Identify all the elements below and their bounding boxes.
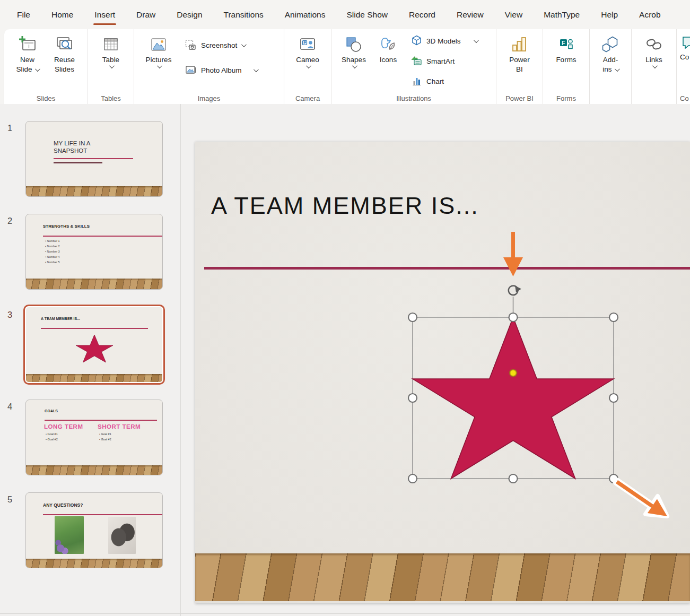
- add-ins-icon: [601, 34, 619, 55]
- ribbon-group-addins: Add- ins: [590, 29, 632, 104]
- cameo-icon: P: [299, 34, 317, 55]
- chevron-down-icon: [34, 66, 40, 72]
- chevron-down-icon: [473, 38, 478, 43]
- icons-button[interactable]: Icons: [373, 32, 404, 89]
- table-button[interactable]: Table: [94, 32, 127, 68]
- ribbon-group-images: Pictures Screenshot: [134, 29, 284, 104]
- slide-thumbnail-4[interactable]: GOALS LONG TERM SHORT TERM Goal #1 Goal …: [25, 400, 163, 475]
- screenshot-icon: [185, 39, 197, 51]
- menu-tab-slideshow[interactable]: Slide Show: [336, 0, 398, 29]
- shapes-button[interactable]: Shapes: [337, 32, 371, 89]
- slide-canvas[interactable]: A TEAM MEMBER IS...: [195, 142, 690, 603]
- group-label-comments: Co: [677, 94, 690, 102]
- smartart-icon: [411, 55, 422, 67]
- resize-handle-top-left[interactable]: [408, 313, 417, 322]
- menu-tab-home[interactable]: Home: [41, 0, 84, 29]
- thumb3-floor: [26, 374, 162, 382]
- group-label-slides: Slides: [4, 94, 88, 102]
- star-shape[interactable]: [413, 317, 614, 479]
- slide-thumbnail-5[interactable]: ANY QUESTIONS?: [25, 492, 163, 568]
- resize-handle-mid-right[interactable]: [609, 394, 618, 402]
- menu-tab-help[interactable]: Help: [590, 0, 628, 29]
- new-slide-icon: [19, 34, 37, 55]
- thumb4-rule: [45, 420, 157, 421]
- comment-icon: [680, 31, 690, 53]
- workspace: 1 MY LIFE IN A SNAPSHOT 2 STRENGTHS & SK…: [0, 104, 690, 616]
- screenshot-button[interactable]: Screenshot: [183, 37, 259, 53]
- menu-tab-transitions[interactable]: Transitions: [213, 0, 274, 29]
- thumb4-bullet: Goal #1: [99, 432, 111, 436]
- 3d-models-label: 3D Models: [426, 37, 461, 45]
- thumb2-title: STRENGTHS & SKILLS: [43, 224, 90, 229]
- slide-thumbnail-1[interactable]: MY LIFE IN A SNAPSHOT: [25, 121, 163, 197]
- forms-button[interactable]: F Forms: [551, 32, 582, 65]
- thumb5-title: ANY QUESTIONS?: [43, 502, 83, 508]
- menu-tab-mathtype[interactable]: MathType: [533, 0, 590, 29]
- menu-tab-animations[interactable]: Animations: [274, 0, 336, 29]
- add-ins-label: Add-: [603, 55, 618, 65]
- thumb1-title: MY LIFE IN A SNAPSHOT: [54, 140, 117, 154]
- svg-text:P: P: [304, 41, 307, 45]
- pictures-button[interactable]: Pictures: [139, 32, 178, 78]
- power-bi-button[interactable]: Power BI: [503, 32, 537, 74]
- menu-tab-insert[interactable]: Insert: [84, 0, 126, 29]
- thumb1-rule: [54, 158, 133, 159]
- menu-tab-draw[interactable]: Draw: [126, 0, 166, 29]
- slide-thumbnail-3-selected[interactable]: A TEAM MEMBER IS...: [23, 305, 165, 385]
- menu-tab-view[interactable]: View: [494, 0, 533, 29]
- pictures-icon: [150, 34, 168, 55]
- power-bi-label2: BI: [516, 65, 523, 74]
- slide-thumbnail-panel[interactable]: 1 MY LIFE IN A SNAPSHOT 2 STRENGTHS & SK…: [0, 104, 181, 616]
- comment-button[interactable]: Co: [677, 29, 690, 62]
- thumb2-rule: [43, 236, 163, 237]
- smartart-label: SmartArt: [426, 57, 455, 65]
- menu-tab-review[interactable]: Review: [446, 0, 494, 29]
- reuse-slides-icon: [56, 34, 74, 55]
- chart-icon: [411, 75, 422, 87]
- photo-album-button[interactable]: Photo Album: [183, 62, 259, 78]
- menu-tab-record[interactable]: Record: [398, 0, 446, 29]
- resize-handle-bottom-center[interactable]: [509, 474, 518, 483]
- smartart-button[interactable]: SmartArt: [409, 53, 479, 69]
- ribbon-group-slides: New Slide Reuse Slides Slides: [4, 29, 88, 104]
- group-label-images: Images: [134, 94, 284, 102]
- cameo-button[interactable]: P Cameo: [291, 32, 325, 68]
- group-label-tables: Tables: [88, 94, 134, 102]
- ribbon-group-comments: Co Co: [677, 29, 690, 104]
- thumb4-title: GOALS: [45, 409, 58, 413]
- ribbon-row: New Slide Reuse Slides Slides: [0, 29, 690, 104]
- menu-tab-acrobat[interactable]: Acrob: [628, 0, 671, 29]
- photo-album-icon: [185, 64, 197, 76]
- thumb3-title: A TEAM MEMBER IS...: [41, 317, 80, 320]
- resize-handle-bottom-left[interactable]: [408, 474, 417, 483]
- reuse-slides-button[interactable]: Reuse Slides: [47, 32, 82, 74]
- rotate-handle-icon[interactable]: [509, 285, 521, 295]
- 3d-models-button[interactable]: 3D Models: [409, 33, 479, 49]
- forms-icon: F: [557, 34, 575, 55]
- menu-tab-file[interactable]: File: [6, 0, 41, 29]
- thumb3-star: [76, 335, 113, 362]
- resize-handle-top-center[interactable]: [509, 313, 518, 322]
- annotation-arrow-down: [503, 232, 523, 276]
- table-icon: [102, 34, 119, 55]
- resize-handle-mid-left[interactable]: [408, 394, 417, 402]
- slide-overlay: [195, 142, 690, 602]
- slide-number-5: 5: [7, 494, 12, 505]
- slide-thumbnail-2[interactable]: STRENGTHS & SKILLS Number 1 Number 2 Num…: [25, 214, 163, 290]
- icons-icon: [379, 34, 397, 55]
- thumb1-floor: [26, 186, 162, 196]
- ribbon-group-forms: F Forms Forms: [543, 29, 590, 104]
- 3d-models-icon: [411, 35, 422, 47]
- power-bi-icon: [511, 34, 528, 55]
- new-slide-button[interactable]: New Slide: [10, 32, 45, 74]
- chevron-down-icon: [241, 42, 247, 47]
- thumb4-bullet: Goal #2: [46, 438, 58, 441]
- resize-handle-top-right[interactable]: [609, 313, 618, 322]
- chart-button[interactable]: Chart: [409, 73, 479, 89]
- screenshot-label: Screenshot: [201, 41, 237, 49]
- shape-adjust-handle[interactable]: [510, 370, 517, 377]
- menu-tab-design[interactable]: Design: [166, 0, 213, 29]
- add-ins-button[interactable]: Add- ins: [595, 32, 626, 74]
- links-button[interactable]: Links: [638, 32, 670, 68]
- power-bi-label: Power: [509, 55, 529, 65]
